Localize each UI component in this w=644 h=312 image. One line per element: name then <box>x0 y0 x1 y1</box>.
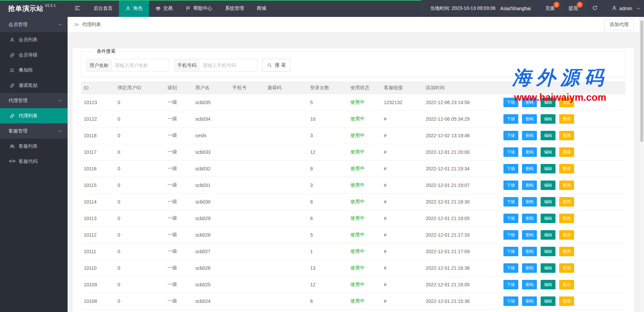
topnav-item-交易[interactable]: 交易 <box>149 0 179 17</box>
password-button[interactable]: 密码 <box>522 131 537 140</box>
scales-icon <box>155 6 161 11</box>
password-button[interactable]: 密码 <box>522 197 537 207</box>
subordinate-button[interactable]: 下级 <box>503 114 518 124</box>
subordinate-button[interactable]: 下级 <box>503 98 518 107</box>
sidebar-item-叠加组[interactable]: 叠加组 <box>0 63 68 78</box>
disable-button[interactable]: 禁用 <box>559 164 574 173</box>
subordinate-button[interactable]: 下级 <box>503 214 518 223</box>
brand-logo[interactable]: 抢单演示站 V2.2.1 <box>0 0 68 17</box>
password-button[interactable]: 密码 <box>522 296 537 306</box>
sidebar-group-客服管理[interactable]: 客服管理 <box>0 123 68 139</box>
disable-button[interactable]: 禁用 <box>559 131 574 140</box>
column-header: 绑定用户ID <box>115 85 165 91</box>
sidebar-item-客服列表[interactable]: 客服列表 <box>0 139 68 154</box>
add-agent-button[interactable]: 添加代理 <box>604 19 634 30</box>
cell-username: scb034 <box>193 116 230 122</box>
disable-button[interactable]: 禁用 <box>559 296 574 306</box>
brand-title: 抢单演示站 <box>8 4 44 13</box>
cell-service_link: # <box>381 116 423 122</box>
subordinate-button[interactable]: 下级 <box>503 181 518 190</box>
password-button[interactable]: 密码 <box>522 214 537 223</box>
subordinate-button[interactable]: 下级 <box>503 280 518 289</box>
password-button[interactable]: 密码 <box>522 98 537 107</box>
sidebar-group-会员管理[interactable]: 会员管理 <box>0 17 68 32</box>
cell-id: 10122 <box>81 116 115 122</box>
topnav-item-label: 交易 <box>163 5 173 11</box>
edit-button[interactable]: 编辑 <box>541 181 555 190</box>
password-button[interactable]: 密码 <box>522 280 537 289</box>
disable-button[interactable]: 禁用 <box>559 247 574 256</box>
withdraw-button[interactable]: 提现 0 <box>562 0 585 17</box>
column-header: ID <box>81 85 115 91</box>
edit-button[interactable]: 编辑 <box>541 247 555 256</box>
edit-button[interactable]: 编辑 <box>541 230 555 240</box>
subordinate-button[interactable]: 下级 <box>503 131 518 140</box>
phone-input[interactable] <box>199 59 257 71</box>
sidebar-item-客服代码[interactable]: </>客服代码 <box>0 154 68 169</box>
cell-login_count: 6 <box>307 298 348 304</box>
password-button[interactable]: 密码 <box>522 247 537 256</box>
disable-button[interactable]: 禁用 <box>559 181 574 190</box>
topnav-item-系统管理[interactable]: 系统管理 <box>219 0 250 17</box>
refresh-button[interactable] <box>585 0 604 17</box>
edit-button[interactable]: 编辑 <box>541 214 555 223</box>
subordinate-button[interactable]: 下级 <box>503 247 518 256</box>
edit-button[interactable]: 编辑 <box>541 98 555 107</box>
subordinate-button[interactable]: 下级 <box>503 197 518 207</box>
edit-button[interactable]: 编辑 <box>541 147 555 157</box>
password-button[interactable]: 密码 <box>522 114 537 124</box>
subordinate-button[interactable]: 下级 <box>503 147 518 157</box>
password-button[interactable]: 密码 <box>522 164 537 173</box>
sidebar-item-代理列表[interactable]: 代理列表 <box>0 108 68 123</box>
bars-icon <box>9 68 15 73</box>
topnav-item-角色[interactable]: 角色 <box>119 0 149 17</box>
disable-button[interactable]: 禁用 <box>559 98 574 107</box>
admin-menu[interactable]: admin <box>604 0 644 17</box>
edit-button[interactable]: 编辑 <box>541 296 555 306</box>
sidebar-item-会员列表[interactable]: 会员列表 <box>0 32 68 47</box>
edit-button[interactable]: 编辑 <box>541 131 555 140</box>
disable-button[interactable]: 禁用 <box>559 230 574 240</box>
edit-button[interactable]: 编辑 <box>541 114 555 124</box>
sidebar-item-label: 客服列表 <box>19 143 38 149</box>
link-icon <box>9 113 15 119</box>
edit-button[interactable]: 编辑 <box>541 197 555 207</box>
password-button[interactable]: 密码 <box>522 147 537 157</box>
disable-button[interactable]: 禁用 <box>559 197 574 207</box>
topnav-items: 后台首页角色交易帮助中心系统管理商城 <box>87 0 273 17</box>
topnav-item-商城[interactable]: 商城 <box>250 0 273 17</box>
edit-button[interactable]: 编辑 <box>541 280 555 289</box>
password-button[interactable]: 密码 <box>522 181 537 190</box>
sidebar-item-会员等级[interactable]: 会员等级 <box>0 47 68 63</box>
collapse-sidebar-button[interactable] <box>68 0 87 17</box>
topnav-item-后台首页[interactable]: 后台首页 <box>87 0 119 17</box>
edit-button[interactable]: 编辑 <box>541 164 555 173</box>
subordinate-button[interactable]: 下级 <box>503 230 518 240</box>
sidebar-item-邀请奖励[interactable]: 邀请奖励 <box>0 78 68 93</box>
disable-button[interactable]: 禁用 <box>559 280 574 289</box>
recharge-button[interactable]: 充值 3 <box>538 0 562 17</box>
password-button[interactable]: 密码 <box>522 263 537 273</box>
row-actions: 下级密码编辑禁用 <box>501 131 625 140</box>
subordinate-button[interactable]: 下级 <box>503 164 518 173</box>
disable-button[interactable]: 禁用 <box>559 147 574 157</box>
cell-created_at: 2022-12-01 21:16:38 <box>423 265 501 271</box>
topnav-item-帮助中心[interactable]: 帮助中心 <box>179 0 219 17</box>
table-row: 101110一级scb0271使用中#2022-12-01 21:17:09下级… <box>81 243 625 260</box>
password-button[interactable]: 密码 <box>522 230 537 240</box>
search-button[interactable]: 搜 索 <box>262 59 291 72</box>
sidebar-group-代理管理[interactable]: 代理管理 <box>0 93 68 108</box>
disable-button[interactable]: 禁用 <box>559 214 574 223</box>
subordinate-button[interactable]: 下级 <box>503 263 518 273</box>
recharge-label: 充值 <box>545 5 555 11</box>
subordinate-button[interactable]: 下级 <box>503 296 518 306</box>
edit-button[interactable]: 编辑 <box>541 263 555 273</box>
scrollbar-thumb[interactable] <box>640 20 643 142</box>
username-input[interactable] <box>112 59 169 71</box>
disable-button[interactable]: 禁用 <box>559 263 574 273</box>
chevron-down-icon <box>58 22 63 27</box>
cell-id: 10117 <box>81 149 115 155</box>
disable-button[interactable]: 禁用 <box>559 114 574 124</box>
cell-login_count: 1 <box>307 249 348 254</box>
cell-level: 一级 <box>165 199 193 205</box>
